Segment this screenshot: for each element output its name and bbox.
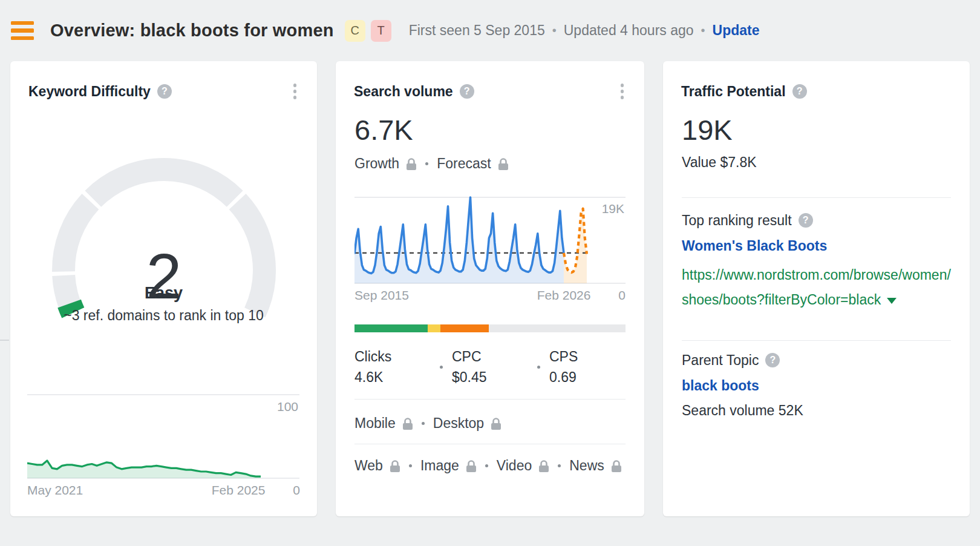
svg-text:100: 100	[277, 400, 298, 413]
axis-end-labels: Feb 2026 0	[513, 288, 626, 303]
header-meta: First seen 5 Sep 2015 • Updated 4 hours …	[409, 22, 760, 39]
cps-metric: CPS 0.69	[542, 349, 578, 386]
mobile-toggle[interactable]: Mobile	[354, 415, 396, 432]
top-ranking-url-dropdown[interactable]: https://www.nordstrom.com/browse/women/s…	[682, 263, 951, 312]
desktop-toggle[interactable]: Desktop	[433, 415, 484, 432]
lock-icon	[491, 418, 501, 430]
axis-start-label: May 2021	[27, 483, 83, 498]
lock-icon	[466, 460, 477, 473]
help-icon[interactable]	[799, 213, 813, 228]
update-link[interactable]: Update	[713, 22, 760, 39]
page-title: Overview: black boots for women	[50, 21, 334, 41]
help-icon[interactable]	[157, 84, 172, 99]
dot-separator	[425, 162, 428, 165]
dot-separator	[440, 366, 443, 369]
card-title: Search volume	[354, 84, 453, 100]
clicks-metric: Clicks 4.6K	[354, 349, 438, 386]
bar-segment-no-clicks	[440, 324, 489, 332]
web-toggle[interactable]: Web	[354, 458, 383, 474]
dot-separator	[422, 422, 425, 425]
metric-value: 0.69	[549, 369, 578, 386]
axis-start-label: Sep 2015	[354, 288, 409, 303]
kd-history-chart: 100	[27, 382, 299, 482]
axis-ymin-label: 0	[618, 288, 626, 302]
card-header: Search volume	[336, 61, 644, 100]
metric-label: CPS	[549, 349, 578, 365]
help-icon[interactable]	[765, 353, 780, 367]
top-ranking-label: Top ranking result	[682, 212, 792, 229]
dot-separator	[409, 464, 412, 467]
badge-t[interactable]: T	[371, 20, 391, 42]
top-ranking-label-row: Top ranking result	[682, 212, 951, 229]
clicks-distribution-bar	[354, 324, 626, 332]
keyword-difficulty-card: Keyword Difficulty 2 Easy ~3 ref. domain…	[10, 61, 317, 516]
kebab-menu-icon[interactable]	[291, 81, 299, 102]
help-icon[interactable]	[460, 84, 474, 99]
help-icon[interactable]	[792, 84, 807, 99]
top-ranking-result-link[interactable]: Women's Black Boots	[682, 238, 951, 254]
lock-icon	[498, 158, 509, 171]
traffic-potential-value: 19K	[682, 114, 951, 146]
divider	[682, 340, 951, 341]
search-volume-value: 6.7K	[354, 114, 626, 146]
sv-chart-axis: Sep 2015 Feb 2026 0	[354, 288, 626, 303]
metrics-row: Clicks 4.6K CPC $0.45 CPS 0.69	[354, 349, 626, 386]
page-header: Overview: black boots for women C T Firs…	[0, 0, 980, 61]
kd-description: ~3 ref. domains to rank in top 10	[10, 308, 317, 324]
growth-forecast-row: Growth Forecast	[354, 156, 626, 172]
first-seen-text: First seen 5 Sep 2015	[409, 22, 545, 39]
divider	[354, 444, 626, 444]
left-gutter-divider	[0, 340, 9, 341]
bar-segment-organic-clicks	[354, 324, 428, 332]
bullet-separator: •	[552, 24, 557, 38]
card-title: Keyword Difficulty	[28, 84, 151, 100]
lock-icon	[390, 460, 400, 473]
metric-value: $0.45	[452, 369, 535, 386]
dot-separator	[537, 366, 540, 369]
bar-segment-remainder	[489, 324, 626, 332]
parent-topic-volume: Search volume 52K	[682, 403, 951, 419]
traffic-value-line: Value $7.8K	[682, 154, 951, 171]
metric-label: Clicks	[354, 349, 438, 365]
growth-toggle[interactable]: Growth	[354, 156, 399, 172]
image-toggle[interactable]: Image	[420, 458, 459, 474]
keywords-overview-page: Overview: black boots for women C T Firs…	[0, 0, 980, 546]
kd-difficulty-label: Easy	[10, 284, 317, 303]
metric-value: 4.6K	[354, 369, 438, 386]
kebab-menu-icon[interactable]	[618, 81, 627, 102]
kd-gauge-block: 2 Easy ~3 ref. domains to rank in top 10	[10, 155, 317, 337]
parent-topic-link[interactable]: black boots	[682, 378, 951, 394]
top-ranking-url: https://www.nordstrom.com/browse/women/s…	[682, 267, 951, 308]
metric-label: CPC	[452, 349, 535, 365]
divider	[682, 197, 951, 198]
news-toggle[interactable]: News	[569, 458, 604, 474]
search-volume-chart: 19K	[354, 195, 626, 286]
cards-row: Keyword Difficulty 2 Easy ~3 ref. domain…	[10, 61, 970, 516]
lock-icon	[406, 158, 417, 171]
lock-icon	[538, 460, 549, 473]
menu-icon[interactable]	[11, 21, 34, 41]
kd-gauge-chart: 2	[37, 155, 291, 331]
search-volume-card: Search volume 6.7K Growth Forecast 19K S…	[336, 61, 644, 516]
parent-topic-label-row: Parent Topic	[682, 352, 951, 369]
device-toggles-row: Mobile Desktop	[354, 415, 626, 432]
card-title: Traffic Potential	[681, 84, 786, 100]
divider	[354, 399, 626, 400]
card-header: Traffic Potential	[663, 61, 970, 100]
video-toggle[interactable]: Video	[497, 458, 532, 474]
cpc-metric: CPC $0.45	[445, 349, 535, 386]
axis-end-labels: Feb 2025 0	[188, 483, 300, 498]
vertical-toggles-row: Web Image Video News	[354, 458, 626, 474]
traffic-potential-card: Traffic Potential 19K Value $7.8K Top ra…	[663, 61, 970, 516]
parent-topic-label: Parent Topic	[682, 352, 759, 369]
forecast-toggle[interactable]: Forecast	[437, 156, 491, 172]
chevron-down-icon	[887, 298, 897, 304]
kd-history-axis: May 2021 Feb 2025 0	[27, 483, 300, 498]
dot-separator	[485, 464, 488, 467]
svg-text:19K: 19K	[602, 202, 624, 215]
axis-ymin-label: 0	[293, 483, 300, 497]
bullet-separator: •	[701, 24, 705, 38]
lock-icon	[611, 460, 622, 473]
bar-segment-paid-clicks	[428, 324, 441, 332]
badge-c[interactable]: C	[345, 20, 365, 42]
